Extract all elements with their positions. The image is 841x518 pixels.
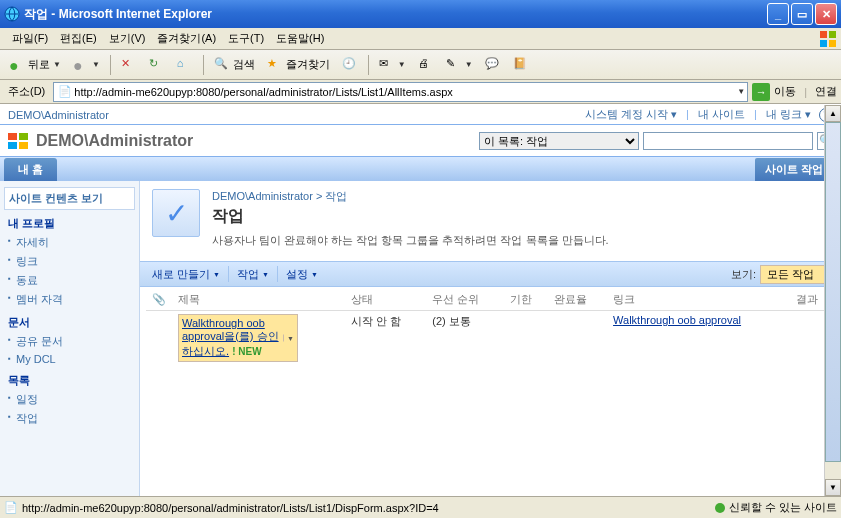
page-title: 작업 — [212, 206, 609, 227]
mylinks-menu[interactable]: 내 링크 ▾ — [766, 108, 811, 120]
task-item-title-cell[interactable]: Walkthrough oob approval을(를) 승인하십시오. ! N… — [178, 314, 298, 362]
research-icon: 📔 — [513, 57, 529, 73]
sp-body: 사이트 컨텐츠 보기 내 프로필 자세히 링크 동료 멤버 자격 문서 공유 문… — [0, 181, 841, 496]
col-due[interactable]: 기한 — [504, 289, 549, 311]
mail-button[interactable]: ✉▼ — [374, 54, 411, 76]
actions-menu[interactable]: 작업▼ — [231, 267, 275, 282]
ie-icon — [4, 6, 20, 22]
address-input-container: 📄 ▼ — [53, 82, 748, 102]
cell-priority: (2) 보통 — [426, 311, 503, 366]
view-label: 보기: — [731, 267, 756, 282]
maximize-button[interactable]: ▭ — [791, 3, 813, 25]
refresh-icon: ↻ — [149, 57, 165, 73]
search-query-input[interactable] — [643, 132, 813, 150]
menu-view[interactable]: 보기(V) — [103, 29, 152, 48]
close-button[interactable]: ✕ — [815, 3, 837, 25]
col-status[interactable]: 상태 — [345, 289, 426, 311]
vertical-scrollbar[interactable]: ▲ ▼ — [824, 105, 841, 496]
stop-button[interactable]: ✕ — [116, 54, 142, 76]
menu-edit[interactable]: 편집(E) — [54, 29, 103, 48]
back-icon: ● — [9, 57, 25, 73]
search-scope-select[interactable]: 이 목록: 작업 — [479, 132, 639, 150]
col-link[interactable]: 링크 — [607, 289, 790, 311]
sp-top-nav: 내 홈 사이트 작업 — [0, 157, 841, 181]
ql-section-lists[interactable]: 목록 — [0, 367, 139, 390]
search-button[interactable]: 🔍 검색 — [209, 54, 260, 76]
mail-icon: ✉ — [379, 57, 395, 73]
page-header: ✓ DEMO\Administrator > 작업 작업 사용자나 팀이 완료해… — [140, 181, 841, 261]
cell-link[interactable]: Walkthrough oob approval — [613, 314, 741, 326]
status-text: http://admin-me620upyp:8080/personal/adm… — [22, 502, 439, 514]
home-icon: ⌂ — [177, 57, 193, 73]
ql-item-calendar: 일정 — [0, 390, 139, 409]
ql-section-profile[interactable]: 내 프로필 — [0, 210, 139, 233]
ql-item-shared-docs: 공유 문서 — [0, 332, 139, 351]
status-bar: 📄 http://admin-me620upyp:8080/personal/a… — [0, 496, 841, 518]
go-label: 이동 — [774, 84, 796, 99]
sp-search: 이 목록: 작업 🔍 — [473, 132, 841, 150]
chevron-down-icon: ▼ — [92, 60, 100, 69]
window-title: 작업 - Microsoft Internet Explorer — [24, 6, 212, 23]
edit-button[interactable]: ✎▼ — [441, 54, 478, 76]
minimize-button[interactable]: _ — [767, 3, 789, 25]
address-input[interactable] — [74, 86, 737, 98]
task-list: 📎 제목 상태 우선 순위 기한 완료율 링크 결과 — [140, 287, 841, 367]
search-icon: 🔍 — [214, 57, 230, 73]
page-icon: 📄 — [58, 85, 72, 98]
welcome-menu[interactable]: 시스템 계정 시작 ▾ — [585, 108, 677, 120]
page-description: 사용자나 팀이 완료해야 하는 작업 항목 그룹을 추적하려면 작업 목록을 만… — [212, 233, 609, 248]
new-badge: ! NEW — [232, 346, 261, 357]
tab-home[interactable]: 내 홈 — [4, 158, 57, 181]
scroll-down-button[interactable]: ▼ — [825, 479, 841, 496]
ie-toolbar: ● 뒤로 ▼ ● ▼ ✕ ↻ ⌂ 🔍 검색 ★ 즐겨찾기 🕘 ✉▼ 🖨 ✎▼ 💬… — [0, 50, 841, 80]
window-titlebar: 작업 - Microsoft Internet Explorer _ ▭ ✕ — [0, 0, 841, 28]
trusted-zone-icon — [715, 503, 725, 513]
menu-tools[interactable]: 도구(T) — [222, 29, 270, 48]
refresh-button[interactable]: ↻ — [144, 54, 170, 76]
ql-section-docs[interactable]: 문서 — [0, 309, 139, 332]
scroll-thumb[interactable] — [825, 122, 841, 462]
item-menu-dropdown[interactable]: ▼ — [283, 335, 294, 342]
menu-favorites[interactable]: 즐겨찾기(A) — [151, 29, 222, 48]
ql-item-tasks: 작업 — [0, 409, 139, 428]
zone-label: 신뢰할 수 있는 사이트 — [729, 500, 837, 515]
new-menu[interactable]: 새로 만들기▼ — [146, 267, 226, 282]
menu-help[interactable]: 도움말(H) — [270, 29, 330, 48]
research-button[interactable]: 📔 — [508, 54, 534, 76]
settings-menu[interactable]: 설정▼ — [280, 267, 324, 282]
menu-file[interactable]: 파일(F) — [6, 29, 54, 48]
print-button[interactable]: 🖨 — [413, 54, 439, 76]
address-dropdown[interactable]: ▼ — [737, 87, 745, 96]
col-title[interactable]: 제목 — [172, 289, 345, 311]
table-row: Walkthrough oob approval을(를) 승인하십시오. ! N… — [146, 311, 835, 366]
chevron-down-icon: ▼ — [53, 60, 61, 69]
svg-rect-6 — [19, 133, 28, 140]
security-zone[interactable]: 신뢰할 수 있는 사이트 — [715, 500, 837, 515]
scroll-up-button[interactable]: ▲ — [825, 105, 841, 122]
sp-main: ✓ DEMO\Administrator > 작업 작업 사용자나 팀이 완료해… — [140, 181, 841, 496]
forward-button[interactable]: ● ▼ — [68, 54, 105, 76]
links-label[interactable]: 연결 — [815, 84, 837, 99]
ql-item-memberships: 멤버 자격 — [0, 290, 139, 309]
mysite-link[interactable]: 내 사이트 — [698, 108, 745, 120]
history-button[interactable]: 🕘 — [337, 54, 363, 76]
home-button[interactable]: ⌂ — [172, 54, 198, 76]
view-all-content-link[interactable]: 사이트 컨텐츠 보기 — [4, 187, 135, 210]
sp-breadcrumb[interactable]: DEMO\Administrator — [8, 109, 583, 121]
back-label: 뒤로 — [28, 57, 50, 72]
forward-icon: ● — [73, 57, 89, 73]
task-title-link[interactable]: Walkthrough oob approval을(를) 승인하십시오. — [182, 317, 279, 357]
svg-rect-1 — [820, 31, 827, 38]
favorites-button[interactable]: ★ 즐겨찾기 — [262, 54, 335, 76]
svg-rect-8 — [19, 142, 28, 149]
back-button[interactable]: ● 뒤로 ▼ — [4, 54, 66, 76]
discuss-button[interactable]: 💬 — [480, 54, 506, 76]
col-priority[interactable]: 우선 순위 — [426, 289, 503, 311]
go-button[interactable]: → — [752, 83, 770, 101]
bc-root[interactable]: DEMO\Administrator — [212, 190, 313, 202]
tasks-list-icon: ✓ — [152, 189, 200, 237]
ql-item-colleagues: 동료 — [0, 271, 139, 290]
col-pct[interactable]: 완료율 — [548, 289, 607, 311]
col-attach[interactable]: 📎 — [146, 289, 172, 311]
site-title[interactable]: DEMO\Administrator — [36, 132, 473, 150]
